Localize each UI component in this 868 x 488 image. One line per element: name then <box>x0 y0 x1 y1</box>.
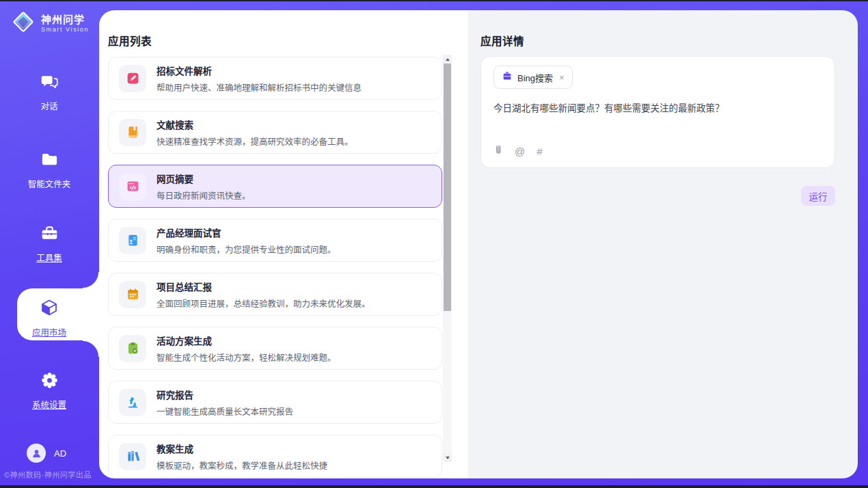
sidebar-item-label: 应用市场 <box>32 325 66 338</box>
prompt-composer: Bing搜索 × 今日湖北有哪些新闻要点？有哪些需要关注的最新政策？ @ # <box>480 56 835 168</box>
user-initials: AD <box>54 448 66 459</box>
sidebar-item-label: 对话 <box>40 99 57 112</box>
hash-icon[interactable]: # <box>537 146 542 157</box>
sidebar: 神州问学 Smart Vision 对话 智能文件夹 <box>0 1 99 485</box>
app-card-title: 招标文件解析 <box>157 64 362 77</box>
app-card-title: 产品经理面试官 <box>157 226 336 239</box>
toolbox-icon <box>40 224 59 245</box>
app-card-description: 智能生成个性化活动方案，轻松解决规划难题。 <box>157 351 336 364</box>
brand-logo: 神州问学 Smart Vision <box>11 10 89 37</box>
books-icon <box>119 443 146 470</box>
query-input[interactable]: 今日湖北有哪些新闻要点？有哪些需要关注的最新政策？ <box>493 102 822 116</box>
app-card-pm-interviewer[interactable]: 产品经理面试官 明确身份和职责，为您提供专业性的面试问题。 <box>108 219 442 262</box>
app-card-research-report[interactable]: 研究报告 一键智能生成高质量长文本研究报告 <box>108 381 442 424</box>
paperclip-icon[interactable] <box>493 144 503 159</box>
run-button[interactable]: 运行 <box>801 186 835 206</box>
sidebar-item-settings[interactable]: 系统设置 <box>1 371 97 411</box>
app-card-literature-search[interactable]: 文献搜索 快速精准查找学术资源，提高研究效率的必备工具。 <box>108 111 442 154</box>
content-area: 应用列表 招标文件解析 帮助用户快速、准确地理解和解析招标书中的关键信息 <box>99 10 858 478</box>
chat-icon <box>40 72 59 94</box>
clipboard-check-icon <box>119 335 146 362</box>
tool-tag-bing-search[interactable]: Bing搜索 × <box>493 66 573 89</box>
brand-tagline: Smart Vision <box>41 27 89 33</box>
user-account[interactable]: AD <box>27 444 66 463</box>
app-card-list: 招标文件解析 帮助用户快速、准确地理解和解析招标书中的关键信息 文献搜索 快速精… <box>108 57 442 478</box>
tag-close-icon[interactable]: × <box>559 72 565 83</box>
folder-icon <box>40 150 59 172</box>
notch-fillet-bottom <box>83 340 99 357</box>
copyright-text: ©神州数码·神州问学出品 <box>4 469 92 480</box>
sidebar-item-label: 智能文件夹 <box>28 177 71 190</box>
microscope-icon <box>119 389 146 416</box>
sidebar-item-chat[interactable]: 对话 <box>1 72 97 112</box>
app-detail-panel: 应用详情 Bing搜索 × 今日湖北有哪些新闻要点？有哪些需要关注的最新政策？ <box>468 10 858 478</box>
sidebar-item-toolset[interactable]: 工具集 <box>1 224 97 264</box>
gear-icon <box>40 371 59 392</box>
notch-fillet-top <box>83 272 99 288</box>
webpage-code-icon <box>119 173 146 200</box>
resume-icon <box>119 227 146 254</box>
app-card-title: 文献搜索 <box>157 118 353 131</box>
sidebar-item-app-market[interactable]: 应用市场 <box>1 298 97 338</box>
app-card-project-summary[interactable]: 项目总结汇报 全面回顾项目进展，总结经验教训，助力未来优化发展。 <box>108 273 442 316</box>
scroll-up-arrow[interactable] <box>443 55 452 64</box>
app-card-description: 全面回顾项目进展，总结经验教训，助力未来优化发展。 <box>157 297 370 310</box>
brand-name: 神州问学 <box>41 14 89 25</box>
tool-tag-label: Bing搜索 <box>517 71 553 84</box>
app-card-description: 每日政府新闻资讯快查。 <box>157 189 251 202</box>
at-sign-icon[interactable]: @ <box>515 146 525 157</box>
sidebar-item-label: 系统设置 <box>32 398 66 411</box>
briefcase-icon <box>502 70 513 84</box>
app-list-panel: 应用列表 招标文件解析 帮助用户快速、准确地理解和解析招标书中的关键信息 <box>99 10 468 478</box>
app-card-bid-analysis[interactable]: 招标文件解析 帮助用户快速、准确地理解和解析招标书中的关键信息 <box>108 57 442 100</box>
cube-icon <box>40 298 59 320</box>
document-edit-icon <box>119 65 146 92</box>
app-card-description: 一键智能生成高质量长文本研究报告 <box>157 405 293 418</box>
sidebar-item-smart-folders[interactable]: 智能文件夹 <box>1 150 97 190</box>
sidebar-item-label: 工具集 <box>36 251 62 264</box>
app-card-event-plan[interactable]: 活动方案生成 智能生成个性化活动方案，轻松解决规划难题。 <box>108 327 442 370</box>
app-card-title: 研究报告 <box>157 388 293 401</box>
app-card-title: 活动方案生成 <box>157 334 336 347</box>
app-card-description: 明确身份和职责，为您提供专业性的面试问题。 <box>157 243 336 256</box>
app-card-title: 网页摘要 <box>157 172 251 185</box>
app-card-description: 帮助用户快速、准确地理解和解析招标书中的关键信息 <box>157 81 362 94</box>
scroll-thumb[interactable] <box>444 64 451 311</box>
composer-toolbar: @ # <box>493 144 543 159</box>
app-card-title: 项目总结汇报 <box>157 280 370 293</box>
brand-diamond-icon <box>11 10 36 37</box>
app-card-description: 快速精准查找学术资源，提高研究效率的必备工具。 <box>157 135 353 148</box>
app-detail-title: 应用详情 <box>480 33 524 48</box>
scroll-down-arrow[interactable] <box>443 453 452 462</box>
app-card-lesson-plan[interactable]: 教案生成 模板驱动，教案秒成，教学准备从此轻松快捷 <box>108 435 442 478</box>
app-list-title: 应用列表 <box>108 33 152 48</box>
list-scrollbar[interactable] <box>443 55 452 462</box>
calendar-icon <box>119 281 146 308</box>
app-card-title: 教案生成 <box>157 442 327 455</box>
app-card-web-summary[interactable]: 网页摘要 每日政府新闻资讯快查。 <box>108 165 442 208</box>
book-icon <box>119 119 146 146</box>
app-card-description: 模板驱动，教案秒成，教学准备从此轻松快捷 <box>157 459 327 472</box>
avatar <box>27 444 46 463</box>
